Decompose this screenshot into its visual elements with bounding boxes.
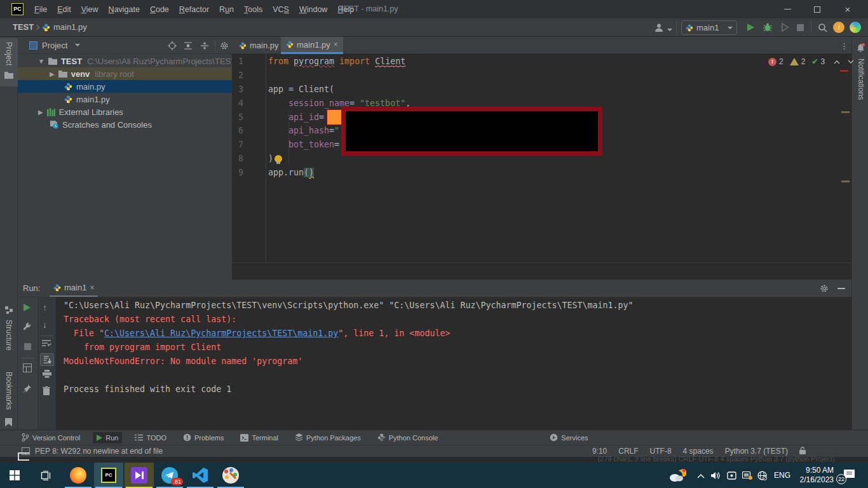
tool-window-button-todo[interactable]: TODO [131,432,170,444]
minimize-button[interactable] [773,0,802,18]
error-stripe-mark[interactable] [840,70,848,72]
soft-wrap-icon[interactable] [42,339,51,347]
taskbar-telegram[interactable]: .81 [155,463,184,488]
locate-file-icon[interactable] [168,41,177,50]
project-view-dropdown-arrow[interactable] [75,44,80,46]
menu-code[interactable]: Code [145,5,174,14]
scroll-to-end-icon[interactable] [40,353,54,366]
console-file-link[interactable]: C:\Users\Ali Ruz\PycharmProjects\TEST\ma… [104,329,338,338]
tree-row-scratches[interactable]: Scratches and Consoles [18,118,232,131]
tool-window-button-version-control[interactable]: Version Control [18,431,84,444]
bookmarks-stripe-label[interactable]: Bookmarks [4,372,13,410]
tray-clock[interactable]: 9:50 AM 2/16/2023 [793,466,834,485]
notifications-bell-icon[interactable] [856,43,865,53]
python-interpreter[interactable]: Python 3.7 (TEST) [725,447,788,456]
tray-weather-icon[interactable] [665,463,690,488]
taskbar-paint-app[interactable] [216,463,245,488]
tray-notifications-icon[interactable]: 22 [841,469,855,482]
menu-window[interactable]: Window [294,5,332,14]
hide-run-panel-icon[interactable] [837,288,845,289]
tree-row-main-py[interactable]: main.py [18,80,232,93]
run-configuration-select[interactable]: main1 [681,20,737,35]
tree-row-main1-py[interactable]: main1.py [18,93,232,105]
warning-stripe-mark[interactable] [841,111,850,113]
tray-language[interactable]: ENG [774,471,790,480]
restore-layout-icon[interactable] [23,363,32,372]
code-line-7[interactable]: bot_token= [268,138,339,152]
update-notification-icon[interactable]: ↑ [833,22,844,33]
menu-vcs[interactable]: VCS [268,5,294,14]
warning-stripe-mark[interactable] [841,180,850,182]
caret-position[interactable]: 9:10 [592,447,607,456]
tray-volume-icon[interactable] [711,471,721,480]
run-button[interactable] [747,24,754,31]
tool-window-button-services[interactable]: Services [546,431,592,444]
run-panel-settings-gear-icon[interactable] [820,284,829,293]
menu-refactor[interactable]: Refactor [174,5,214,14]
line-ending[interactable]: CRLF [618,447,638,456]
close-button[interactable]: × [833,0,862,18]
breadcrumb-file[interactable]: main1.py [53,22,87,32]
menu-edit[interactable]: Edit [52,5,76,14]
menu-view[interactable]: View [76,5,104,14]
collapse-all-icon[interactable] [200,41,209,50]
stop-button[interactable] [797,24,804,31]
tool-window-button-problems[interactable]: Problems [179,431,227,444]
tool-window-button-terminal[interactable]: Terminal [236,432,282,444]
project-stripe-label[interactable]: Project [4,42,13,65]
ide-features-icon[interactable] [850,22,861,33]
project-settings-gear-icon[interactable] [220,41,229,50]
up-stacktrace-icon[interactable]: ↑ [43,302,47,313]
menu-navigate[interactable]: Navigate [104,5,145,14]
project-panel-title[interactable]: Project [42,41,67,50]
menu-tools[interactable]: Tools [239,5,268,14]
tree-row-project-root[interactable]: ▼ TEST C:\Users\Ali Ruz\PycharmProjects\… [18,55,232,67]
indent-setting[interactable]: 4 spaces [683,447,714,456]
task-view-button[interactable] [31,463,60,488]
structure-icon[interactable] [5,306,13,314]
folder-icon[interactable] [4,71,13,79]
status-message[interactable]: PEP 8: W292 no newline at end of file [35,447,163,456]
search-everywhere-icon[interactable] [818,23,827,32]
menu-run[interactable]: Run [214,5,239,14]
edit-configuration-wrench-icon[interactable] [23,323,32,332]
taskbar-media-player[interactable] [125,463,154,488]
inspections-widget[interactable]: ! 2 2 ✔ 3 [768,57,854,66]
tree-row-external-libraries[interactable]: ▶ External Libraries [18,105,232,118]
notifications-stripe-label[interactable]: Notifications [857,58,865,100]
maximize-button[interactable] [803,0,832,18]
menu-file[interactable]: File [29,5,52,14]
lock-icon[interactable] [799,447,806,456]
tool-window-button-python-packages[interactable]: Python Packages [291,431,365,444]
taskbar-vscode[interactable] [186,463,215,488]
user-dropdown-arrow[interactable] [667,29,672,31]
pin-tab-icon[interactable] [23,384,32,393]
taskbar-firefox[interactable] [64,463,93,488]
run-tab-main1[interactable]: main1× [50,280,98,297]
structure-stripe-label[interactable]: Structure [4,320,13,351]
code-line-3[interactable]: app = Client( [268,83,334,97]
bookmark-icon[interactable] [5,418,12,426]
taskbar-pycharm[interactable]: PC [94,463,123,488]
editor-options-kebab-icon[interactable]: ⋮ [840,41,848,51]
user-icon[interactable] [654,23,665,32]
tray-display-icon[interactable] [727,471,736,480]
code-line-1[interactable]: from pyrogram import Client [268,55,405,69]
editor-tab-main1-py[interactable]: main1.py× [281,37,343,54]
tray-expand-chevron[interactable] [697,473,705,478]
rerun-button[interactable] [24,304,31,311]
tray-network-globe-icon[interactable] [757,471,767,480]
tray-snip-icon[interactable] [742,471,752,480]
start-button[interactable] [0,463,29,488]
expand-all-icon[interactable] [184,41,193,50]
code-line-6[interactable]: api_hash=" [268,124,339,138]
stop-button[interactable] [24,343,31,350]
down-stacktrace-icon[interactable]: ↓ [43,320,47,330]
clear-console-trash-icon[interactable] [43,386,50,395]
code-line-9[interactable]: app.run() [268,166,314,180]
file-encoding[interactable]: UTF-8 [650,447,672,456]
print-icon[interactable] [43,370,51,378]
code-line-5[interactable]: api_id= [268,111,324,125]
run-with-coverage-button[interactable] [780,23,789,32]
tool-window-button-run[interactable]: Run [93,432,122,444]
